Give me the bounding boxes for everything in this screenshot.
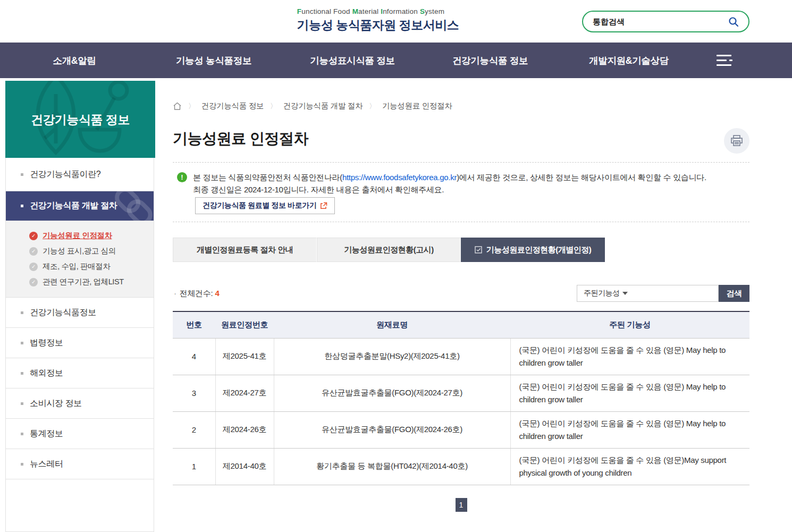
sidebar-item-dev-process[interactable]: 건강기능식품 개발 절차	[6, 191, 154, 221]
sidebar-item-label: 법령정보	[30, 337, 63, 349]
tab-label: 기능성원료인정현황(개별인정)	[486, 245, 592, 255]
menu-hamburger-icon[interactable]	[717, 55, 732, 66]
bullet-icon	[21, 173, 23, 176]
total-count: ·전체건수:4	[174, 289, 219, 299]
chevron-down-icon	[622, 292, 628, 295]
sidebar-item-overseas-info[interactable]: 해외정보	[6, 358, 154, 389]
sidebar-item-health-food-info[interactable]: 건강기능식품정보	[6, 298, 154, 328]
global-search-input[interactable]	[593, 17, 728, 26]
sidebar-submenu: ✓ 기능성원료 인정절차 ✓ 기능성 표시,광고 심의 ✓ 제조, 수입, 판매…	[6, 221, 154, 298]
site-logo[interactable]: Functional Food Material Information Sys…	[297, 7, 459, 33]
nav-item-about[interactable]: 소개&알림	[53, 43, 96, 78]
cell-material[interactable]: 유산균발효굴추출물(FGO)(제2024-27호)	[274, 375, 510, 411]
breadcrumb-item[interactable]: 건강기능식품 정보	[201, 101, 264, 111]
sidebar-item-statistics[interactable]: 통계정보	[6, 419, 154, 449]
nav-item-labeled-food[interactable]: 기능성표시식품 정보	[310, 43, 394, 78]
page: Functional Food Material Information Sys…	[0, 0, 792, 532]
col-header-no: 번호	[173, 311, 215, 338]
col-header-cert-no: 원료인정번호	[215, 311, 274, 338]
ingredient-info-link-button[interactable]: 건강기능식품 원료별 정보 바로가기	[195, 197, 335, 214]
cell-function: (국문) 어린이 키성장에 도움을 줄 수 있음 (영문)May support…	[510, 448, 749, 485]
bullet-icon: ·	[174, 289, 176, 298]
tab-approved-notified[interactable]: 기능성원료인정현황(고시)	[317, 238, 461, 262]
check-circle-icon: ✓	[29, 232, 38, 240]
cell-no: 4	[173, 338, 215, 375]
cell-function: (국문) 어린이 키성장에 도움을 줄 수 있음 (영문) May help t…	[510, 411, 749, 448]
foodsafetykorea-link[interactable]: https://www.foodsafetykorea.go.kr	[342, 173, 457, 182]
page-title: 기능성원료 인정절차	[173, 129, 308, 149]
divider	[173, 222, 749, 222]
bullet-icon	[21, 342, 23, 344]
sidebar-item-label: 해외정보	[30, 368, 63, 379]
notice-line1-pre: 본 정보는 식품의약품안전처 식품안전나라(	[193, 173, 342, 182]
filter-row: ·전체건수:4 주된기능성 검색	[173, 285, 749, 302]
logo-subtitle: Functional Food Material Information Sys…	[297, 7, 459, 15]
breadcrumb-item[interactable]: 건강기능식품 개발 절차	[283, 101, 363, 111]
submenu-item-label-ad-review[interactable]: ✓ 기능성 표시,광고 심의	[6, 243, 154, 259]
results-table: 번호 원료인정번호 원재료명 주된 기능성 4 제2025-41호 한삼덩굴추출…	[173, 311, 749, 485]
cell-cert-no: 제2024-27호	[215, 375, 274, 411]
total-count-value: 4	[215, 289, 219, 298]
sidebar-item-label: 뉴스레터	[30, 459, 63, 470]
keyword-search-input[interactable]	[633, 285, 719, 302]
bullet-icon	[21, 433, 23, 435]
nav-item-agri-food[interactable]: 기능성 농식품정보	[176, 43, 251, 78]
tab-approved-individual[interactable]: 기능성원료인정현황(개별인정)	[461, 238, 605, 262]
function-filter-value: 주된기능성	[584, 289, 620, 298]
bullet-icon	[21, 402, 23, 405]
sidebar-item-label: 통계정보	[30, 428, 63, 440]
cell-material[interactable]: 한삼덩굴추출분말(HSy2)(제2025-41호)	[274, 338, 510, 375]
total-count-label: 전체건수:	[180, 289, 213, 298]
sidebar-item-label: 건강기능식품이란?	[30, 169, 100, 180]
cell-cert-no: 제2024-26호	[215, 411, 274, 448]
tab-label: 기능성원료인정현황(고시)	[344, 245, 434, 255]
cell-no: 3	[173, 375, 215, 411]
print-button[interactable]	[724, 128, 749, 154]
notice-line2: 최종 갱신일은 2024-12-10입니다. 자세한 내용은 출처에서 확인해주…	[193, 183, 706, 196]
ingredient-info-link-label: 건강기능식품 원료별 정보 바로가기	[203, 201, 316, 210]
main-nav: 소개&알림 기능성 농식품정보 기능성표시식품 정보 건강기능식품 정보 개발지…	[0, 43, 792, 78]
bullet-icon	[21, 311, 23, 314]
submenu-item-label: 기능성 표시,광고 심의	[43, 246, 116, 256]
submenu-item-related-orgs[interactable]: ✓ 관련 연구기관, 업체LIST	[6, 274, 154, 290]
nav-item-support[interactable]: 개발지원&기술상담	[589, 43, 669, 78]
tab-registration-guide[interactable]: 개별인정원료등록 절차 안내	[173, 238, 317, 262]
bullet-icon	[21, 205, 23, 207]
page-number-button[interactable]: 1	[456, 498, 467, 512]
divider	[173, 162, 749, 163]
submenu-item-manufacture-import[interactable]: ✓ 제조, 수입, 판매절차	[6, 259, 154, 274]
cell-material[interactable]: 황기추출물 등 복합물(HT042)(제2014-40호)	[274, 448, 510, 485]
cell-cert-no: 제2014-40호	[215, 448, 274, 485]
table-row: 4 제2025-41호 한삼덩굴추출분말(HSy2)(제2025-41호) (국…	[173, 338, 749, 375]
logo-subtitle-part: ystem	[425, 7, 444, 15]
submenu-item-ingredient-approval[interactable]: ✓ 기능성원료 인정절차	[6, 228, 154, 243]
sidebar-item-law-info[interactable]: 법령정보	[6, 328, 154, 358]
sidebar-item-label: 건강기능식품 개발 절차	[30, 200, 117, 212]
breadcrumb-separator: 〉	[369, 102, 376, 111]
table-header-row: 번호 원료인정번호 원재료명 주된 기능성	[173, 311, 749, 338]
search-button[interactable]: 검색	[719, 285, 749, 302]
sidebar-item-consumer-market[interactable]: 소비시장 정보	[6, 389, 154, 419]
cell-no: 2	[173, 411, 215, 448]
breadcrumb-item[interactable]: 기능성원료 인정절차	[382, 101, 452, 111]
sidebar-item-label: 소비시장 정보	[30, 398, 82, 409]
sidebar-item-what-is[interactable]: 건강기능식품이란?	[6, 158, 154, 191]
cell-cert-no: 제2025-41호	[215, 338, 274, 375]
sidebar-header: 건강기능식품 정보	[5, 81, 155, 158]
alert-icon: !	[177, 172, 187, 182]
site-header: Functional Food Material Information Sys…	[0, 0, 792, 43]
home-icon[interactable]	[173, 102, 182, 111]
function-filter-select[interactable]: 주된기능성	[577, 285, 634, 302]
notice: ! 본 정보는 식품의약품안전처 식품안전나라(https://www.food…	[177, 171, 706, 196]
cell-function: (국문) 어린이 키성장에 도움을 줄 수 있음 (영문) May help t…	[510, 338, 749, 375]
check-circle-icon: ✓	[29, 247, 38, 256]
cell-no: 1	[173, 448, 215, 485]
cell-material[interactable]: 유산균발효굴추출물(FGO)(제2024-26호)	[274, 411, 510, 448]
search-icon[interactable]	[728, 16, 739, 27]
nav-item-health-food[interactable]: 건강기능식품 정보	[452, 43, 528, 78]
sidebar-item-newsletter[interactable]: 뉴스레터	[6, 449, 154, 479]
bullet-icon	[21, 463, 23, 466]
logo-subtitle-part: unctional Food	[301, 7, 352, 15]
logo-subtitle-part: M	[352, 7, 358, 15]
breadcrumb: 〉 건강기능식품 정보 〉 건강기능식품 개발 절차 〉 기능성원료 인정절차	[173, 101, 452, 111]
